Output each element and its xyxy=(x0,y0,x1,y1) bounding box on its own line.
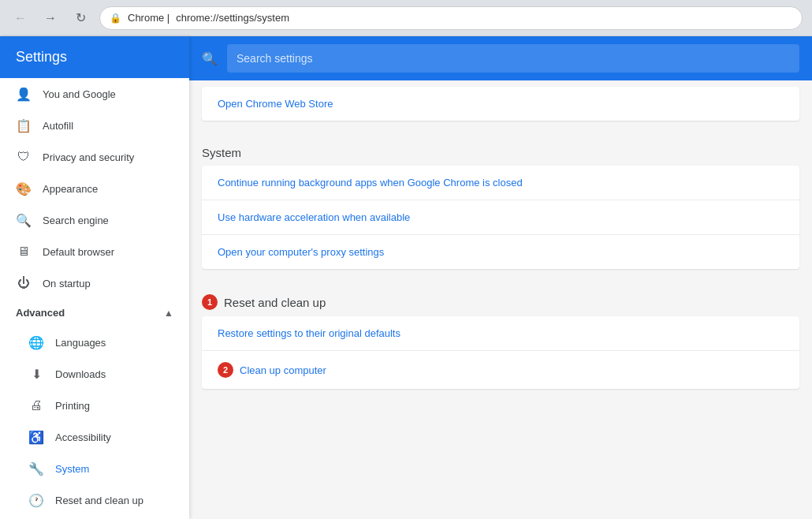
reset-icon: 🕐 xyxy=(28,492,44,508)
reset-card: Restore settings to their original defau… xyxy=(202,316,799,389)
badge-2: 2 xyxy=(218,362,233,378)
address-text: Chrome | xyxy=(128,12,169,24)
sidebar-item-on-startup[interactable]: ⏻ On startup xyxy=(0,267,189,299)
open-chrome-webstore-item[interactable]: Open Chrome Web Store xyxy=(202,87,799,121)
search-icon: 🔍 xyxy=(202,51,218,66)
chevron-up-icon: ▲ xyxy=(164,308,173,319)
advanced-section-header[interactable]: Advanced ▲ xyxy=(0,299,189,327)
sidebar-label-privacy: Privacy and security xyxy=(43,151,173,163)
address-bar[interactable]: 🔒 Chrome | chrome://settings/system xyxy=(99,6,803,30)
sidebar-label-on-startup: On startup xyxy=(43,278,173,289)
browser-bar: ← → ↻ 🔒 Chrome | chrome://settings/syste… xyxy=(0,0,812,36)
appearance-icon: 🎨 xyxy=(16,181,32,196)
sidebar-item-default-browser[interactable]: 🖥 Default browser xyxy=(0,236,189,267)
search-input[interactable] xyxy=(227,44,799,73)
forward-button[interactable]: → xyxy=(39,7,61,29)
startup-icon: ⏻ xyxy=(16,275,32,291)
main-content: 🔍 Open Chrome Web Store System Continue … xyxy=(189,36,812,519)
sidebar-item-system[interactable]: 🔧 System xyxy=(0,453,189,484)
proxy-settings-item[interactable]: Open your computer's proxy settings xyxy=(202,235,799,269)
sidebar-label-search-engine: Search engine xyxy=(43,215,173,226)
restore-settings-item[interactable]: Restore settings to their original defau… xyxy=(202,316,799,351)
sidebar-item-reset[interactable]: 🕐 Reset and clean up xyxy=(0,484,189,516)
top-card: Open Chrome Web Store xyxy=(202,87,799,121)
sidebar-label-autofill: Autofill xyxy=(43,120,173,132)
hardware-acceleration-text: Use hardware acceleration when available xyxy=(218,211,410,223)
content-body: Open Chrome Web Store System Continue ru… xyxy=(189,80,812,519)
autofill-icon: 📋 xyxy=(16,118,32,133)
sidebar-item-appearance[interactable]: 🎨 Appearance xyxy=(0,173,189,204)
sidebar-label-languages: Languages xyxy=(55,337,106,349)
sidebar-item-languages[interactable]: 🌐 Languages xyxy=(0,327,189,358)
hardware-acceleration-item[interactable]: Use hardware acceleration when available xyxy=(202,200,799,235)
search-bar: 🔍 xyxy=(189,36,812,80)
sidebar-label-accessibility: Accessibility xyxy=(55,431,111,443)
sidebar-label-appearance: Appearance xyxy=(43,183,173,195)
sidebar-label-downloads: Downloads xyxy=(55,368,106,380)
system-section-title: System xyxy=(202,133,799,166)
languages-icon: 🌐 xyxy=(28,334,44,350)
sidebar-label-reset: Reset and clean up xyxy=(55,495,143,506)
sidebar: Settings 👤 You and Google 📋 Autofill 🛡 P… xyxy=(0,36,189,519)
sidebar-item-you-and-google[interactable]: 👤 You and Google xyxy=(0,78,189,110)
clean-up-computer-item[interactable]: 2 Clean up computer xyxy=(202,351,799,389)
shield-icon: 🛡 xyxy=(16,149,32,165)
reset-section-title: Reset and clean up xyxy=(224,296,326,309)
reload-button[interactable]: ↻ xyxy=(69,7,91,29)
downloads-icon: ⬇ xyxy=(28,366,44,382)
person-icon: 👤 xyxy=(16,86,32,102)
advanced-label: Advanced xyxy=(16,307,65,319)
sidebar-item-autofill[interactable]: 📋 Autofill xyxy=(0,110,189,141)
browser-icon: 🖥 xyxy=(16,244,32,260)
sidebar-label-you-and-google: You and Google xyxy=(43,88,173,100)
sidebar-title: Settings xyxy=(16,49,67,65)
sidebar-item-privacy[interactable]: 🛡 Privacy and security xyxy=(0,141,189,173)
reset-section-header: 1 Reset and clean up xyxy=(202,282,799,316)
address-url: chrome://settings/system xyxy=(176,12,289,24)
sidebar-label-system: System xyxy=(55,463,89,475)
system-card: Continue running background apps when Go… xyxy=(202,166,799,269)
app-container: Settings 👤 You and Google 📋 Autofill 🛡 P… xyxy=(0,36,812,519)
sidebar-item-printing[interactable]: 🖨 Printing xyxy=(0,390,189,421)
open-chrome-webstore-text: Open Chrome Web Store xyxy=(218,98,333,110)
system-icon: 🔧 xyxy=(28,461,44,476)
lock-icon: 🔒 xyxy=(110,13,121,24)
sidebar-label-default-browser: Default browser xyxy=(43,246,173,258)
background-apps-text: Continue running background apps when Go… xyxy=(218,177,523,189)
badge-1: 1 xyxy=(202,294,218,310)
search-engine-icon: 🔍 xyxy=(16,212,32,228)
clean-up-computer-text: Clean up computer xyxy=(240,364,326,376)
restore-settings-text: Restore settings to their original defau… xyxy=(218,327,400,339)
proxy-settings-text: Open your computer's proxy settings xyxy=(218,246,384,258)
printing-icon: 🖨 xyxy=(28,398,44,413)
sidebar-item-accessibility[interactable]: ♿ Accessibility xyxy=(0,421,189,453)
sidebar-item-search-engine[interactable]: 🔍 Search engine xyxy=(0,204,189,236)
sidebar-item-downloads[interactable]: ⬇ Downloads xyxy=(0,358,189,390)
background-apps-item[interactable]: Continue running background apps when Go… xyxy=(202,166,799,200)
sidebar-header: Settings xyxy=(0,36,189,78)
sidebar-label-printing: Printing xyxy=(55,400,90,412)
back-button[interactable]: ← xyxy=(9,7,32,29)
accessibility-icon: ♿ xyxy=(28,429,44,445)
